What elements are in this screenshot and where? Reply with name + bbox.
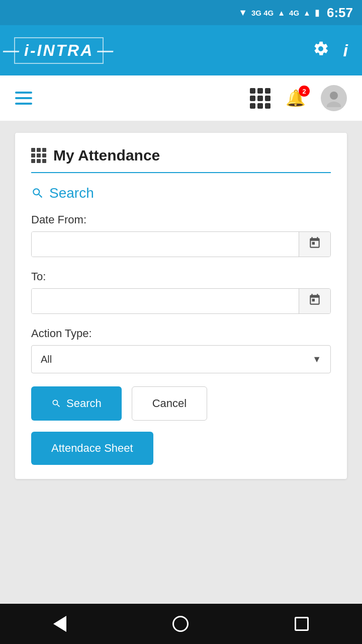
- cancel-button-label: Cancel: [152, 397, 187, 410]
- battery-icon: ▮: [315, 7, 320, 18]
- date-to-input-wrapper: [31, 288, 331, 314]
- date-to-calendar-button[interactable]: [299, 289, 330, 313]
- bottom-navigation: [0, 604, 362, 644]
- network-signal-icon: ▲: [278, 9, 285, 17]
- action-type-label: Action Type:: [31, 327, 331, 340]
- search-button-icon: [51, 398, 61, 409]
- action-type-select[interactable]: All Check In Check Out: [32, 346, 330, 373]
- app-logo: i-INTRA: [14, 37, 104, 64]
- recents-button[interactable]: [295, 617, 309, 631]
- status-time: 6:57: [327, 5, 353, 21]
- status-bar: ▼ 3G 4G ▲ 4G ▲ ▮ 6:57: [0, 0, 362, 25]
- svg-point-1: [327, 102, 341, 107]
- svg-point-0: [330, 92, 338, 100]
- date-to-label: To:: [31, 270, 331, 283]
- back-icon: [53, 616, 66, 632]
- main-content: My Attendance Search Date From: To:: [0, 121, 362, 604]
- search-section-label: Search: [49, 185, 94, 201]
- hamburger-menu[interactable]: [15, 92, 32, 105]
- date-to-group: To:: [31, 270, 331, 314]
- info-icon[interactable]: i: [343, 41, 348, 60]
- nav-bar: 🔔 2: [0, 75, 362, 121]
- signal-icon: ▲: [303, 9, 311, 17]
- date-to-input[interactable]: [32, 289, 299, 313]
- title-grid-icon: [31, 148, 46, 163]
- card-title: My Attendance: [31, 147, 331, 173]
- back-button[interactable]: [53, 616, 66, 632]
- settings-icon[interactable]: [312, 40, 329, 61]
- cancel-button[interactable]: Cancel: [132, 386, 207, 421]
- search-buttons-row: Search Cancel: [31, 386, 331, 421]
- apps-grid-button[interactable]: [250, 88, 270, 109]
- search-button-label: Search: [66, 397, 102, 410]
- date-from-label: Date From:: [31, 213, 331, 226]
- action-type-select-wrapper: All Check In Check Out ▼: [31, 345, 331, 373]
- attendance-sheet-button[interactable]: Attendace Sheet: [31, 432, 153, 465]
- app-header: i-INTRA i: [0, 25, 362, 75]
- user-avatar[interactable]: [321, 85, 347, 111]
- home-icon: [172, 616, 189, 632]
- network-3g-icon: 3G 4G: [251, 9, 274, 17]
- date-from-input-wrapper: [31, 231, 331, 257]
- attendance-sheet-label: Attendace Sheet: [51, 442, 133, 454]
- date-from-input[interactable]: [32, 232, 299, 257]
- search-section-header: Search: [31, 185, 331, 201]
- network-4g-icon: 4G: [289, 9, 299, 17]
- notification-badge: 2: [299, 86, 310, 97]
- recents-icon: [295, 617, 309, 631]
- date-from-group: Date From:: [31, 213, 331, 257]
- search-button[interactable]: Search: [31, 386, 122, 421]
- date-from-calendar-button[interactable]: [299, 232, 330, 257]
- page-title: My Attendance: [53, 147, 160, 164]
- wifi-icon: ▼: [238, 8, 247, 18]
- action-type-group: Action Type: All Check In Check Out ▼: [31, 327, 331, 373]
- notifications-bell[interactable]: 🔔 2: [286, 89, 306, 108]
- search-section-icon: [31, 187, 44, 200]
- home-button[interactable]: [172, 616, 189, 632]
- attendance-card: My Attendance Search Date From: To:: [15, 133, 347, 479]
